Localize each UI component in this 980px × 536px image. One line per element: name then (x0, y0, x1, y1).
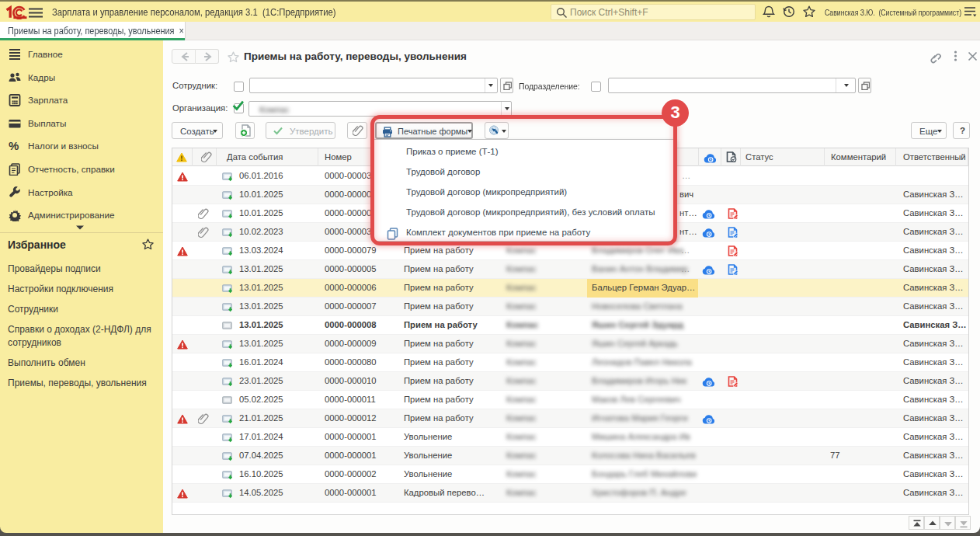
svg-text:%: % (9, 140, 19, 152)
